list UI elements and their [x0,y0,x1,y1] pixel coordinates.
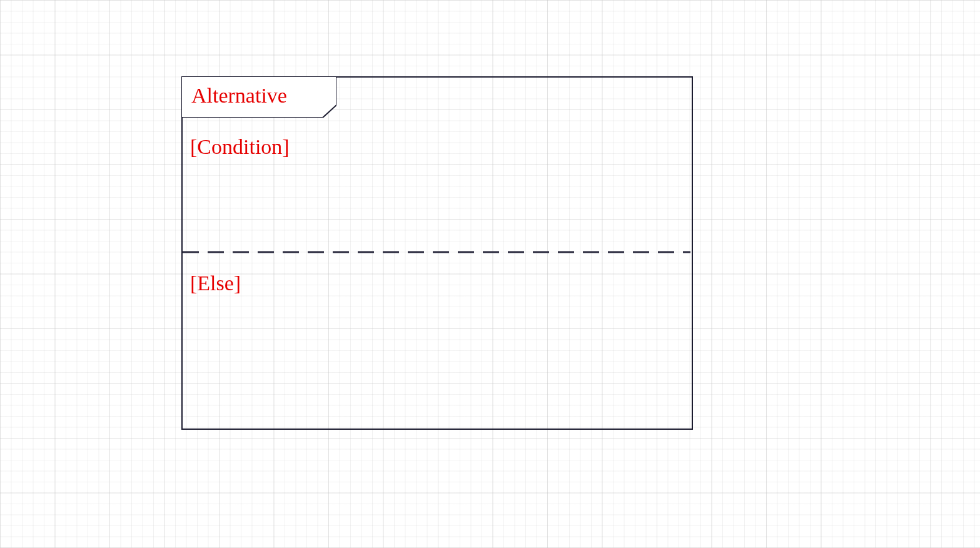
fragment-operator-label: Alternative [191,84,287,108]
guard-else-text: [Else] [190,271,241,295]
operand-separator [183,250,690,254]
alternative-fragment[interactable]: Alternative [Condition] [Else] [181,76,693,430]
fragment-operator-tab: Alternative [181,76,336,118]
guard-condition-text: [Condition] [190,135,290,159]
